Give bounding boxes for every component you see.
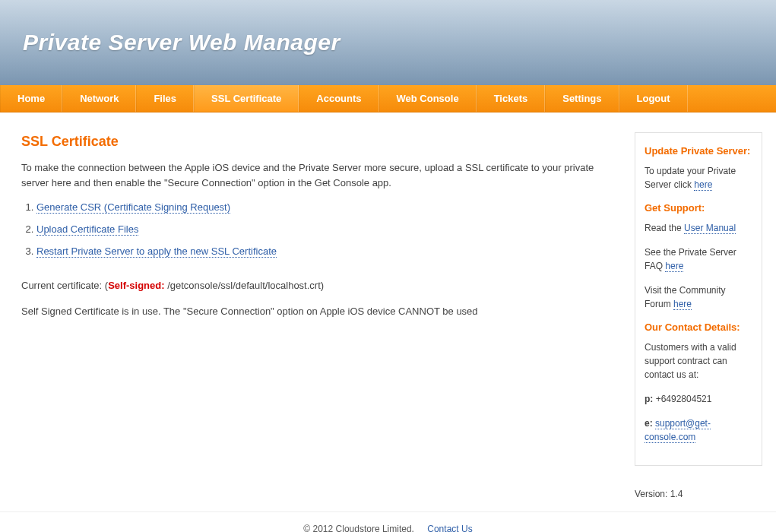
footer: © 2012 Cloudstore Limited. Contact Us: [0, 511, 776, 532]
nav-item-logout[interactable]: Logout: [619, 85, 688, 112]
update-here-link[interactable]: here: [694, 179, 712, 191]
main-content: SSL Certificate To make the connection b…: [21, 128, 619, 331]
step-item: Restart Private Server to apply the new …: [36, 245, 619, 257]
current-cert-line: Current certificate: (Self-signed: /getc…: [21, 278, 619, 293]
nav-item-ssl-certificate[interactable]: SSL Certificate: [194, 85, 299, 112]
step-item: Upload Certificate Files: [36, 223, 619, 235]
phone-label: p:: [645, 394, 653, 404]
cert-path: /getconsole/ssl/default/localhost.crt): [165, 280, 325, 291]
cert-status: Self-signed:: [108, 280, 164, 291]
contact-us-link[interactable]: Contact Us: [427, 524, 472, 532]
faq-here-link[interactable]: here: [665, 261, 683, 272]
forum-here-link[interactable]: here: [673, 299, 692, 310]
copyright-text: © 2012 Cloudstore Limited.: [303, 524, 414, 532]
sidebar-update-title: Update Private Server:: [645, 145, 752, 157]
self-signed-note: Self Signed Certificate is in use. The "…: [21, 304, 619, 319]
sidebar-support-forum: Visit the Community Forum here: [645, 283, 752, 311]
header: Private Server Web Manager: [0, 0, 776, 85]
step-link-2[interactable]: Upload Certificate Files: [36, 223, 138, 236]
step-item: Generate CSR (Certificate Signing Reques…: [36, 201, 619, 213]
sidebar-contact-title: Our Contact Details:: [645, 321, 752, 333]
nav-item-settings[interactable]: Settings: [545, 85, 619, 112]
user-manual-link[interactable]: User Manual: [684, 223, 736, 234]
main-nav: HomeNetworkFilesSSL CertificateAccountsW…: [0, 85, 776, 112]
steps-list: Generate CSR (Certificate Signing Reques…: [21, 201, 619, 257]
phone-number: +6492804521: [653, 394, 711, 404]
step-link-3[interactable]: Restart Private Server to apply the new …: [36, 245, 277, 258]
email-label: e:: [645, 418, 653, 429]
nav-item-home[interactable]: Home: [0, 85, 62, 112]
version-label: Version: 1.4: [635, 481, 762, 511]
sidebar-update-text: To update your Private Server click here: [645, 164, 752, 192]
nav-item-files[interactable]: Files: [136, 85, 194, 112]
nav-item-web-console[interactable]: Web Console: [379, 85, 477, 112]
nav-item-network[interactable]: Network: [62, 85, 136, 112]
sidebar-support-title: Get Support:: [645, 202, 752, 214]
cert-prefix: Current certificate: (: [21, 280, 108, 291]
nav-item-accounts[interactable]: Accounts: [299, 85, 378, 112]
sidebar-support-manual: Read the User Manual: [645, 221, 752, 235]
sidebar-contact-phone: p: +6492804521: [645, 392, 752, 406]
sidebar-contact-email: e: support@get-console.com: [645, 416, 752, 444]
support-email-link[interactable]: support@get-console.com: [645, 418, 711, 443]
nav-item-tickets[interactable]: Tickets: [477, 85, 546, 112]
step-link-1[interactable]: Generate CSR (Certificate Signing Reques…: [36, 201, 230, 214]
intro-text: To make the connection between the Apple…: [21, 160, 619, 191]
app-title: Private Server Web Manager: [23, 30, 340, 55]
sidebar-support-faq: See the Private Server FAQ here: [645, 245, 752, 273]
sidebar-contact-text: Customers with a valid support contract …: [645, 340, 752, 382]
sidebar: Update Private Server: To update your Pr…: [635, 132, 762, 466]
page-title: SSL Certificate: [21, 134, 619, 150]
